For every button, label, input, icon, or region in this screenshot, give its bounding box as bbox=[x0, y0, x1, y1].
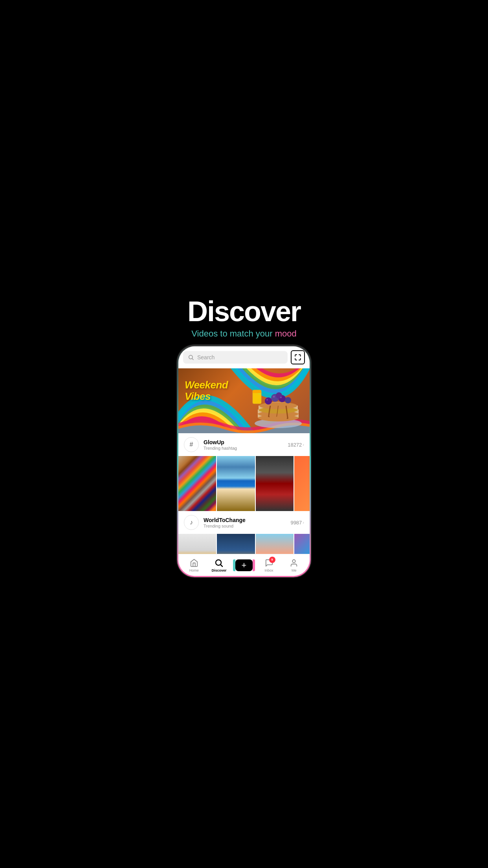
nav-inbox[interactable]: 9 Inbox bbox=[257, 558, 282, 572]
nav-me[interactable]: Me bbox=[281, 558, 306, 572]
glowup-image-grid[interactable] bbox=[178, 456, 310, 511]
svg-point-23 bbox=[293, 559, 295, 562]
worldtochange-img-2[interactable] bbox=[217, 534, 255, 554]
count-value-glowup: 18272 bbox=[288, 442, 302, 448]
nav-discover-label: Discover bbox=[211, 568, 226, 572]
glowup-img-3[interactable] bbox=[256, 456, 294, 511]
phone-inner: Search bbox=[178, 346, 310, 576]
trending-type-glowup: Trending hashtag bbox=[204, 446, 283, 451]
headline-subtitle: Videos to match your mood bbox=[171, 329, 317, 339]
headline-title: Discover bbox=[171, 297, 317, 326]
nav-home[interactable]: Home bbox=[182, 558, 207, 572]
music-icon-worldtochange: ♪ bbox=[184, 515, 199, 530]
pancake-illustration bbox=[251, 370, 306, 431]
glowup-img-1[interactable] bbox=[178, 456, 216, 511]
app-content[interactable]: Search bbox=[178, 346, 310, 554]
headline-area: Discover Videos to match your mood bbox=[163, 289, 325, 345]
subtitle-text: Videos to match your bbox=[191, 329, 275, 338]
trending-count-glowup: 18272 › bbox=[288, 442, 304, 448]
trending-item-worldtochange[interactable]: ♪ WorldToChange Trending sound 9987 › bbox=[178, 511, 310, 534]
search-placeholder: Search bbox=[197, 354, 215, 360]
hashtag-icon-glowup: # bbox=[184, 437, 199, 452]
mood-word: mood bbox=[275, 329, 297, 338]
inbox-icon-container: 9 bbox=[264, 558, 274, 568]
svg-point-17 bbox=[280, 397, 282, 398]
svg-point-8 bbox=[265, 397, 272, 405]
scan-icon[interactable] bbox=[291, 350, 305, 364]
worldtochange-img-1[interactable] bbox=[178, 534, 216, 554]
svg-point-16 bbox=[273, 396, 275, 398]
hero-text: Weekend Vibes bbox=[185, 379, 228, 402]
chevron-glowup: › bbox=[303, 442, 304, 447]
hero-line2: Vibes bbox=[185, 391, 228, 402]
me-icon bbox=[289, 558, 299, 568]
plus-icon: + bbox=[242, 561, 247, 570]
hero-banner[interactable]: Weekend Vibes bbox=[178, 368, 310, 433]
inbox-badge: 9 bbox=[269, 557, 275, 563]
svg-line-22 bbox=[221, 565, 222, 566]
worldtochange-img-3[interactable] bbox=[256, 534, 294, 554]
worldtochange-img-4[interactable] bbox=[294, 534, 310, 554]
phone-frame: Search bbox=[177, 345, 311, 577]
trending-item-glowup[interactable]: # GlowUp Trending hashtag 18272 › bbox=[178, 433, 310, 456]
nav-inbox-label: Inbox bbox=[265, 568, 273, 572]
trending-name-worldtochange: WorldToChange bbox=[204, 517, 286, 523]
worldtochange-image-grid[interactable] bbox=[178, 534, 310, 554]
nav-create[interactable]: + bbox=[231, 559, 257, 571]
search-icon bbox=[188, 354, 194, 360]
search-bar-container: Search bbox=[178, 346, 310, 368]
svg-rect-19 bbox=[253, 390, 261, 393]
trending-info-glowup: GlowUp Trending hashtag bbox=[204, 439, 283, 451]
trending-name-glowup: GlowUp bbox=[204, 439, 283, 445]
chevron-worldtochange: › bbox=[303, 520, 304, 525]
nav-home-label: Home bbox=[189, 568, 199, 572]
svg-point-13 bbox=[285, 397, 291, 403]
page-wrapper: Discover Videos to match your mood Searc… bbox=[163, 289, 325, 579]
glowup-img-4[interactable] bbox=[294, 456, 310, 511]
svg-line-1 bbox=[192, 359, 193, 360]
discover-icon bbox=[214, 558, 224, 568]
hero-line1: Weekend bbox=[185, 379, 228, 391]
trending-info-worldtochange: WorldToChange Trending sound bbox=[204, 517, 286, 528]
bottom-nav: Home Discover + bbox=[178, 554, 310, 576]
svg-point-15 bbox=[266, 399, 268, 401]
plus-button[interactable]: + bbox=[235, 559, 253, 571]
trending-type-worldtochange: Trending sound bbox=[204, 524, 286, 528]
nav-discover[interactable]: Discover bbox=[207, 558, 232, 572]
count-value-worldtochange: 9987 bbox=[290, 520, 302, 526]
home-icon bbox=[189, 558, 199, 568]
scan-icon-svg bbox=[294, 354, 301, 361]
nav-me-label: Me bbox=[292, 568, 297, 572]
glowup-img-2[interactable] bbox=[217, 456, 255, 511]
search-bar[interactable]: Search bbox=[183, 351, 288, 364]
trending-count-worldtochange: 9987 › bbox=[290, 520, 304, 526]
